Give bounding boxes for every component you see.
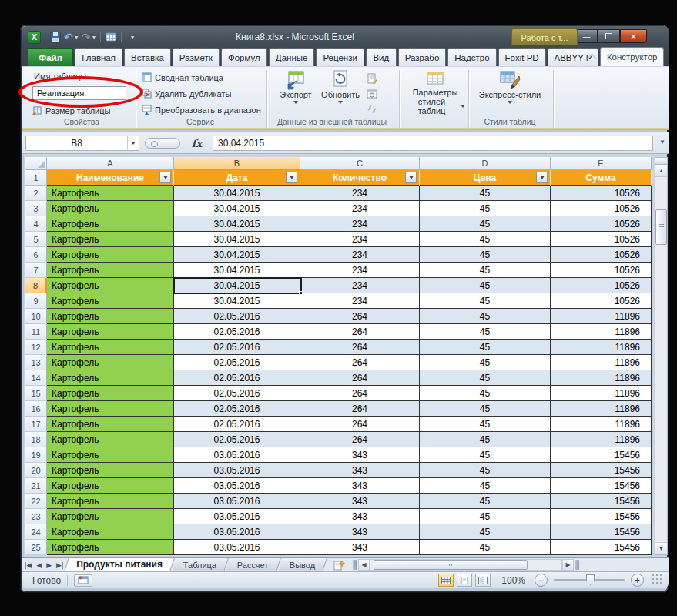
column-header[interactable]: A xyxy=(47,157,174,170)
cell-sum[interactable]: 11896 xyxy=(551,417,652,432)
cell-sum[interactable]: 10526 xyxy=(551,293,652,309)
cell-sum[interactable]: 11896 xyxy=(551,324,652,340)
sheet-tab[interactable]: Рассчет xyxy=(226,558,281,571)
last-sheet-icon[interactable]: ▶| xyxy=(56,561,63,569)
cell-name[interactable]: Картофель xyxy=(47,386,174,401)
cell-price[interactable]: 45 xyxy=(420,309,551,324)
row-header[interactable]: 23 xyxy=(25,509,47,524)
scroll-right-icon[interactable]: ▶ xyxy=(562,559,574,571)
cell-price[interactable]: 45 xyxy=(420,324,551,340)
cell-quantity[interactable]: 264 xyxy=(300,370,420,386)
cell-sum[interactable]: 10526 xyxy=(551,201,652,216)
cell-price[interactable]: 45 xyxy=(420,509,551,524)
cell-date[interactable]: 30.04.2015 xyxy=(174,293,300,309)
cell-name[interactable]: Картофель xyxy=(47,201,174,216)
row-header[interactable]: 10 xyxy=(25,309,47,324)
cell-date[interactable]: 30.04.2015 xyxy=(174,201,300,216)
ribbon-tab[interactable]: Разметк xyxy=(173,48,220,66)
tab-designer-active[interactable]: Конструктор xyxy=(600,47,664,66)
cell-date[interactable]: 03.05.2016 xyxy=(174,463,300,478)
cell-quantity[interactable]: 343 xyxy=(300,540,420,555)
cell-date[interactable]: 03.05.2016 xyxy=(174,540,300,555)
formula-input[interactable]: 30.04.2015 xyxy=(213,136,653,151)
ribbon-tab[interactable]: Формул xyxy=(221,48,267,66)
row-header[interactable]: 2 xyxy=(25,186,47,201)
cell-sum[interactable]: 11896 xyxy=(551,401,652,417)
cell-price[interactable]: 45 xyxy=(420,386,551,401)
cell-date[interactable]: 03.05.2016 xyxy=(174,447,300,463)
cell-name[interactable]: Картофель xyxy=(47,370,174,386)
cell-date[interactable]: 02.05.2016 xyxy=(174,309,300,324)
cell-date[interactable]: 30.04.2015 xyxy=(174,263,300,278)
cell-date[interactable]: 02.05.2016 xyxy=(174,370,300,386)
cell-price[interactable]: 45 xyxy=(420,494,551,509)
row-header[interactable]: 16 xyxy=(25,401,47,417)
cell-price[interactable]: 45 xyxy=(420,370,551,386)
cell-name[interactable]: Картофель xyxy=(47,324,174,340)
scrollbar-splitter[interactable] xyxy=(575,560,579,570)
cell-sum[interactable]: 10526 xyxy=(551,278,652,293)
cell-name[interactable]: Картофель xyxy=(47,340,174,355)
cell-price[interactable]: 45 xyxy=(420,432,551,447)
cell-quantity[interactable]: 234 xyxy=(300,201,420,216)
sheet-tab[interactable]: Таблица xyxy=(172,558,229,571)
cell-sum[interactable]: 15456 xyxy=(551,478,652,494)
cell-name[interactable]: Картофель xyxy=(47,247,174,263)
cell-quantity[interactable]: 264 xyxy=(300,401,420,417)
cell-name[interactable]: Картофель xyxy=(47,524,174,540)
scrollbar-thumb[interactable] xyxy=(655,209,667,245)
cell-name[interactable]: Картофель xyxy=(47,401,174,417)
row-header[interactable]: 7 xyxy=(25,263,47,278)
filter-button[interactable] xyxy=(536,172,548,183)
row-header[interactable]: 6 xyxy=(25,247,47,263)
cell-sum[interactable]: 11896 xyxy=(551,309,652,324)
filter-button[interactable] xyxy=(405,172,417,183)
row-header[interactable]: 24 xyxy=(25,524,47,540)
cell-price[interactable]: 45 xyxy=(420,401,551,417)
filter-button[interactable] xyxy=(286,172,297,183)
vertical-scrollbar[interactable]: ▲ ▼ xyxy=(655,157,668,555)
cell-name[interactable]: Картофель xyxy=(47,278,174,293)
zoom-in-button[interactable]: + xyxy=(631,574,644,587)
page-layout-view-button[interactable] xyxy=(457,574,472,587)
table-header-cell[interactable]: Количество xyxy=(300,170,420,186)
cell-price[interactable]: 45 xyxy=(420,278,551,293)
column-header[interactable]: C xyxy=(300,157,420,170)
row-header[interactable]: 18 xyxy=(25,432,47,447)
ribbon-tab[interactable]: Foxit PD xyxy=(498,48,546,66)
tab-splitter[interactable] xyxy=(353,560,357,570)
data-properties-icon[interactable] xyxy=(367,73,377,84)
pivot-table-button[interactable]: Сводная таблица xyxy=(142,72,223,82)
cell-sum[interactable]: 10526 xyxy=(551,186,652,201)
row-header[interactable]: 8 xyxy=(25,278,47,293)
table-header-cell[interactable]: Дата xyxy=(174,170,300,186)
cell-name[interactable]: Картофель xyxy=(47,186,174,201)
cell-name[interactable]: Картофель xyxy=(47,447,174,463)
horizontal-scrollbar[interactable] xyxy=(370,559,562,571)
row-header[interactable]: 17 xyxy=(25,417,47,432)
cell-sum[interactable]: 11896 xyxy=(551,386,652,401)
cell-name[interactable]: Картофель xyxy=(47,232,174,247)
cell-name[interactable]: Картофель xyxy=(47,355,174,370)
cell-quantity[interactable]: 264 xyxy=(300,340,420,355)
cell-date[interactable]: 03.05.2016 xyxy=(174,478,300,494)
cell-price[interactable]: 45 xyxy=(420,263,551,278)
row-header[interactable]: 20 xyxy=(25,463,47,478)
scroll-up-icon[interactable]: ▲ xyxy=(655,165,667,177)
cell-sum[interactable]: 11896 xyxy=(551,432,652,447)
normal-view-button[interactable] xyxy=(438,574,454,587)
row-header[interactable]: 25 xyxy=(25,540,47,555)
ribbon-tab[interactable]: Вставка xyxy=(124,48,171,66)
cell-quantity[interactable]: 343 xyxy=(300,494,420,509)
row-header[interactable]: 4 xyxy=(25,216,47,232)
cell-sum[interactable]: 10526 xyxy=(551,216,652,232)
next-sheet-icon[interactable]: ▶ xyxy=(46,561,52,569)
cell-name[interactable]: Картофель xyxy=(47,293,174,309)
expand-formula-bar-icon[interactable]: ▼ xyxy=(659,139,665,146)
cell-sum[interactable]: 15456 xyxy=(551,509,652,524)
cell-quantity[interactable]: 343 xyxy=(300,524,420,540)
cell-quantity[interactable]: 343 xyxy=(300,463,420,478)
cell-quantity[interactable]: 343 xyxy=(300,478,420,494)
cell-date[interactable]: 02.05.2016 xyxy=(174,324,300,340)
cell-date[interactable]: 02.05.2016 xyxy=(174,401,300,417)
